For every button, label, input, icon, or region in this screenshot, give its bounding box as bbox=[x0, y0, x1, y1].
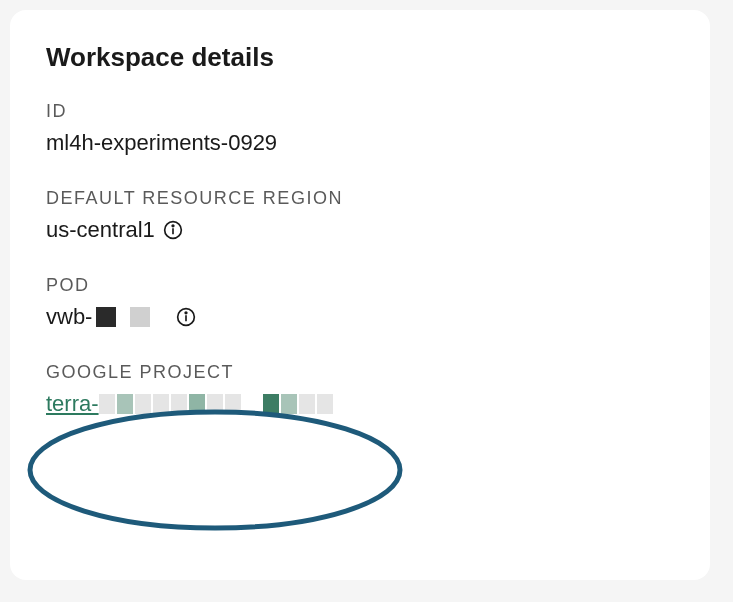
info-icon[interactable] bbox=[176, 307, 196, 327]
field-id: ID ml4h-experiments-0929 bbox=[46, 101, 674, 156]
svg-point-2 bbox=[172, 225, 174, 227]
redacted-block bbox=[130, 307, 150, 327]
google-project-link[interactable]: terra- bbox=[46, 391, 99, 417]
field-google-project: GOOGLE PROJECT terra- bbox=[46, 362, 674, 417]
annotation-ellipse bbox=[20, 405, 410, 535]
field-id-label: ID bbox=[46, 101, 674, 122]
field-pod-label: POD bbox=[46, 275, 674, 296]
field-google-project-value: terra- bbox=[46, 391, 674, 417]
svg-point-5 bbox=[186, 312, 188, 314]
field-region-text: us-central1 bbox=[46, 217, 155, 243]
field-pod-prefix: vwb- bbox=[46, 304, 92, 330]
redacted-block bbox=[96, 307, 116, 327]
field-region: DEFAULT RESOURCE REGION us-central1 bbox=[46, 188, 674, 243]
field-region-value: us-central1 bbox=[46, 217, 674, 243]
field-region-label: DEFAULT RESOURCE REGION bbox=[46, 188, 674, 209]
card-title: Workspace details bbox=[46, 42, 674, 73]
field-google-project-label: GOOGLE PROJECT bbox=[46, 362, 674, 383]
field-pod: POD vwb- bbox=[46, 275, 674, 330]
field-pod-value: vwb- bbox=[46, 304, 674, 330]
info-icon[interactable] bbox=[163, 220, 183, 240]
workspace-details-card: Workspace details ID ml4h-experiments-09… bbox=[10, 10, 710, 580]
field-id-value: ml4h-experiments-0929 bbox=[46, 130, 674, 156]
svg-point-6 bbox=[30, 412, 400, 528]
redacted-pixelated bbox=[99, 394, 333, 414]
